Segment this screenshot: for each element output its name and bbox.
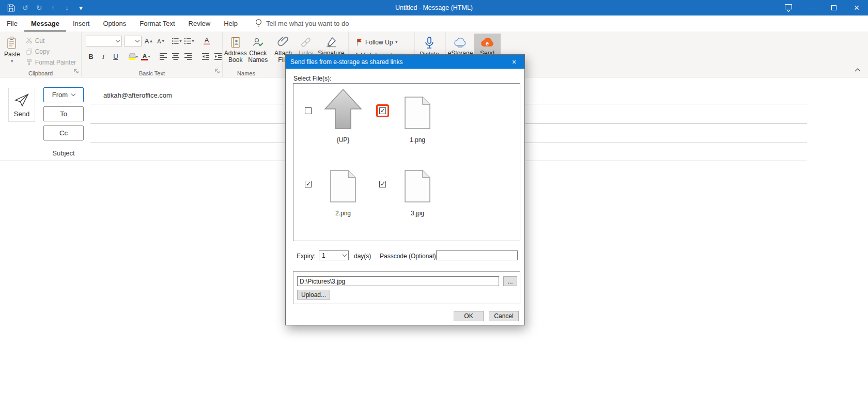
customize-quick-access-icon[interactable]: ▾ (74, 0, 88, 15)
paste-dropdown-icon[interactable]: ▾ (11, 59, 13, 64)
tab-options[interactable]: Options (96, 15, 133, 32)
numbering-dropdown-icon: ▾ (192, 39, 194, 43)
align-center-button[interactable] (171, 51, 181, 62)
copy-label: Copy (35, 48, 50, 55)
file-item-1png[interactable]: 1.png (374, 86, 448, 159)
bullets-button[interactable]: ▾ (172, 36, 182, 46)
minimize-button[interactable]: ─ (800, 0, 823, 15)
upload-groupbox: ... Upload... (293, 271, 520, 304)
send-message-button[interactable]: Send (8, 88, 35, 122)
increase-indent-button[interactable] (213, 51, 223, 62)
ribbon-display-options-icon[interactable] (777, 0, 800, 15)
paste-button[interactable]: Paste ▾ (4, 34, 20, 69)
tab-file[interactable]: File (0, 15, 24, 32)
follow-up-dropdown-icon: ▾ (395, 40, 397, 44)
copy-button[interactable]: Copy (23, 46, 79, 57)
passcode-input[interactable] (436, 250, 518, 260)
file-listbox[interactable]: {UP} 1.png (293, 83, 520, 241)
follow-up-button[interactable]: Follow Up ▾ (353, 37, 409, 48)
format-painter-button[interactable]: Format Painter (23, 57, 79, 68)
file-path-input[interactable] (297, 276, 499, 286)
tab-message[interactable]: Message (24, 15, 66, 32)
address-book-icon (229, 36, 242, 49)
titlebar: ↺ ↻ ↑ ↓ ▾ Untitled - Message (HTML) ─ × (0, 0, 868, 15)
cut-button[interactable]: Cut (23, 35, 79, 46)
text-highlight-dropdown-icon: ▾ (136, 55, 138, 59)
next-item-icon[interactable]: ↓ (60, 0, 74, 15)
tab-review[interactable]: Review (182, 15, 218, 32)
tab-insert[interactable]: Insert (66, 15, 97, 32)
clear-formatting-icon: A (204, 38, 210, 45)
file1-checkbox[interactable] (379, 107, 386, 114)
tell-me-label: Tell me what you want to do (266, 20, 349, 27)
shrink-font-button[interactable]: A▼ (156, 36, 166, 46)
close-button[interactable]: × (845, 0, 868, 15)
address-book-button[interactable]: Address Book (224, 34, 247, 69)
text-highlight-button[interactable]: ▾ (128, 51, 138, 62)
italic-button[interactable]: I (98, 51, 109, 62)
clipboard-dialog-launcher-icon[interactable] (74, 66, 79, 75)
tab-help[interactable]: Help (217, 15, 244, 32)
from-button[interactable]: From (43, 87, 84, 102)
collapse-ribbon-chevron[interactable] (855, 65, 861, 74)
redo-icon[interactable]: ↻ (32, 0, 46, 15)
save-icon[interactable] (4, 0, 18, 15)
outlook-window: ↺ ↻ ↑ ↓ ▾ Untitled - Message (HTML) ─ × … (0, 0, 868, 408)
grow-font-arrow-icon: ▲ (149, 39, 153, 43)
upload-button[interactable]: Upload... (297, 290, 330, 300)
from-chevron-icon (71, 92, 75, 96)
paperclip-icon (277, 36, 289, 49)
svg-text:e: e (486, 40, 489, 46)
follow-up-flag-icon (355, 38, 363, 46)
align-left-button[interactable] (158, 51, 168, 62)
up-checkbox[interactable] (305, 107, 312, 114)
dialog-close-button[interactable]: × (508, 55, 520, 69)
previous-item-icon[interactable]: ↑ (46, 0, 60, 15)
file-item-up[interactable]: {UP} (300, 86, 374, 159)
format-painter-icon (26, 58, 33, 66)
lightbulb-icon (255, 19, 262, 29)
clear-formatting-button[interactable]: A (202, 36, 212, 46)
bold-button[interactable]: B (86, 51, 96, 62)
file-icon (404, 96, 431, 130)
ribbon-group-clipboard: Paste ▾ Cut Copy F (0, 32, 82, 77)
cancel-button[interactable]: Cancel (489, 311, 519, 321)
shrink-font-arrow-icon: ▼ (161, 39, 165, 43)
clipboard-group-label: Clipboard (0, 70, 81, 76)
scissors-icon (26, 37, 33, 44)
check-names-button[interactable]: Check Names (247, 34, 269, 69)
undo-icon[interactable]: ↺ (18, 0, 32, 15)
to-button[interactable]: To (43, 106, 84, 121)
file2-checkbox-wrap (305, 181, 312, 187)
text-highlight-icon (129, 53, 136, 60)
align-right-button[interactable] (183, 51, 193, 62)
file-item-2png[interactable]: 2.png (300, 159, 374, 232)
browse-button[interactable]: ... (503, 276, 517, 286)
numbering-button[interactable]: ▾ (184, 36, 194, 46)
maximize-button[interactable] (823, 0, 845, 15)
grow-font-button[interactable]: A▲ (144, 36, 154, 46)
font-name-combobox[interactable] (86, 36, 122, 46)
shrink-font-icon: A (157, 38, 161, 44)
font-size-combobox[interactable] (124, 36, 142, 46)
file-icon (404, 169, 431, 203)
underline-button[interactable]: U (111, 51, 121, 62)
follow-up-label: Follow Up (365, 39, 393, 46)
file2-checkbox[interactable] (305, 181, 312, 187)
file-item-3jpg[interactable]: 3.jpg (374, 159, 448, 232)
link-icon (300, 36, 312, 49)
send-plane-icon (14, 92, 29, 107)
align-left-icon (160, 53, 167, 60)
cc-button[interactable]: Cc (43, 125, 84, 140)
expiry-select[interactable]: 1 (319, 250, 349, 260)
basic-text-dialog-launcher-icon[interactable] (215, 66, 220, 75)
ok-button[interactable]: OK (454, 311, 484, 321)
decrease-indent-button[interactable] (200, 51, 211, 62)
tell-me-box[interactable]: Tell me what you want to do (255, 15, 349, 32)
dialog-titlebar[interactable]: Send files from e-storage as shared link… (286, 55, 524, 69)
tab-format-text[interactable]: Format Text (133, 15, 181, 32)
cut-label: Cut (35, 37, 45, 44)
increase-indent-icon (214, 53, 222, 60)
file3-checkbox[interactable] (379, 181, 386, 187)
font-color-button[interactable]: A ▾ (141, 51, 151, 62)
